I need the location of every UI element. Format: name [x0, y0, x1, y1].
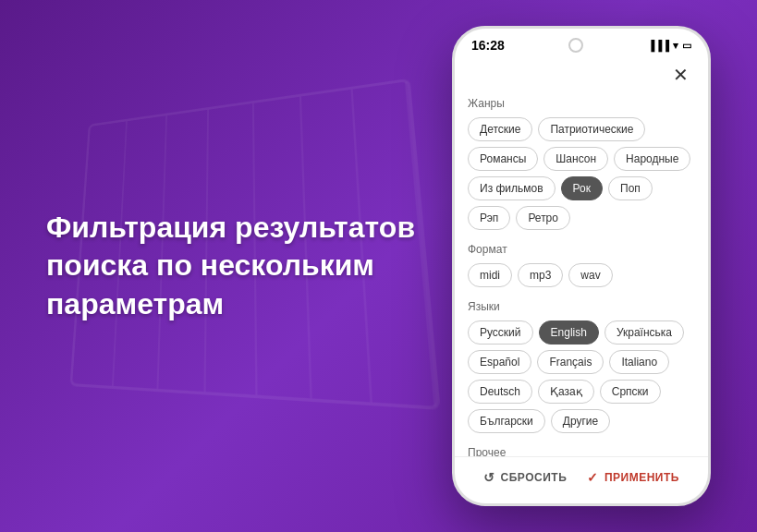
apply-label: ПРИМЕНИТЬ [604, 471, 679, 484]
tag-шансон[interactable]: Шансон [543, 147, 608, 171]
other-title: Прочее [468, 446, 695, 456]
format-title: Формат [468, 243, 695, 256]
apply-icon: ✓ [587, 470, 599, 485]
other-section: Прочее Только дуэты [468, 446, 695, 456]
tag-српски[interactable]: Српски [600, 380, 661, 404]
phone-screen: 16:28 ▐▐▐ ▾ ▭ ✕ Жанры Детские [455, 29, 708, 503]
languages-title: Языки [468, 300, 695, 313]
languages-tags: Русский English Українська Español Franç… [468, 320, 695, 433]
tag-патриотические[interactable]: Патриотические [538, 117, 645, 141]
tag-mp3[interactable]: mp3 [518, 263, 563, 287]
tag-детские[interactable]: Детские [468, 117, 532, 141]
format-tags: midi mp3 wav [468, 263, 695, 287]
tag-български[interactable]: Български [468, 409, 545, 433]
tag-українська[interactable]: Українська [604, 320, 684, 345]
screen-header: ✕ [455, 57, 708, 97]
genres-section: Жанры Детские Патриотические Романсы Шан… [468, 97, 695, 230]
genres-title: Жанры [468, 97, 695, 110]
apply-button[interactable]: ✓ ПРИМЕНИТЬ [587, 470, 679, 485]
camera-notch [568, 38, 583, 53]
tag-français[interactable]: Français [537, 350, 604, 374]
tag-ретро[interactable]: Ретро [516, 206, 570, 230]
tag-рок[interactable]: Рок [561, 176, 603, 200]
genres-tags: Детские Патриотические Романсы Шансон На… [468, 117, 695, 230]
tag-wav[interactable]: wav [568, 263, 612, 287]
tag-рэп[interactable]: Рэп [468, 206, 510, 230]
signal-icon: ▐▐▐ [648, 40, 669, 51]
left-text-panel: Фильтрация результатов поиска по несколь… [46, 209, 452, 324]
tag-поп[interactable]: Поп [608, 176, 653, 200]
tag-другие[interactable]: Другие [551, 409, 610, 433]
format-section: Формат midi mp3 wav [468, 243, 695, 287]
screen-footer: ↺ СБРОСИТЬ ✓ ПРИМЕНИТЬ [455, 456, 708, 503]
wifi-icon: ▾ [673, 40, 678, 52]
tag-español[interactable]: Español [468, 350, 531, 374]
reset-icon: ↺ [483, 470, 495, 485]
tag-из-фильмов[interactable]: Из фильмов [468, 176, 556, 200]
tag-midi[interactable]: midi [468, 263, 512, 287]
main-container: Фильтрация результатов поиска по несколь… [0, 0, 757, 532]
tag-italiano[interactable]: Italiano [609, 350, 669, 374]
status-time: 16:28 [471, 38, 505, 53]
reset-label: СБРОСИТЬ [501, 471, 568, 484]
battery-icon: ▭ [682, 40, 691, 52]
languages-section: Языки Русский English Українська Español… [468, 300, 695, 433]
tag-народные[interactable]: Народные [614, 147, 690, 171]
hero-title: Фильтрация результатов поиска по несколь… [46, 209, 424, 324]
status-icons: ▐▐▐ ▾ ▭ [648, 40, 691, 52]
status-bar: 16:28 ▐▐▐ ▾ ▭ [455, 29, 708, 57]
tag-казак[interactable]: Қазақ [538, 380, 594, 404]
phone-mockup: 16:28 ▐▐▐ ▾ ▭ ✕ Жанры Детские [452, 26, 711, 506]
close-button[interactable]: ✕ [667, 62, 693, 88]
tag-русский[interactable]: Русский [468, 320, 533, 345]
tag-романсы[interactable]: Романсы [468, 147, 538, 171]
reset-button[interactable]: ↺ СБРОСИТЬ [483, 470, 567, 485]
screen-content: Жанры Детские Патриотические Романсы Шан… [455, 97, 708, 456]
tag-deutsch[interactable]: Deutsch [468, 380, 532, 404]
tag-english[interactable]: English [539, 320, 599, 345]
